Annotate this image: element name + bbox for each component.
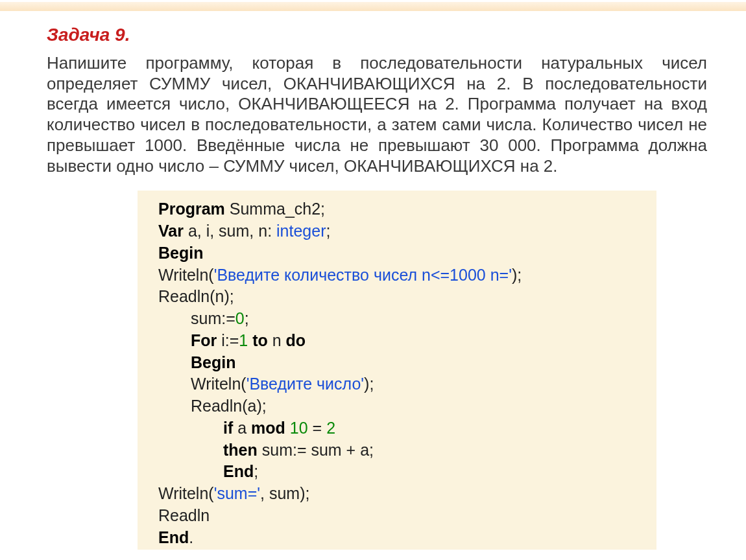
code-text: , sum); bbox=[260, 484, 309, 502]
code-text: . bbox=[189, 528, 193, 546]
keyword-begin: Begin bbox=[158, 244, 203, 262]
code-line: if a mod 10 = 2 bbox=[158, 417, 645, 439]
code-indent: End; bbox=[158, 461, 258, 483]
string-literal: 'Введите количество чисел n<=1000 n=' bbox=[214, 266, 512, 284]
code-text: Readln(a); bbox=[191, 397, 267, 415]
code-line: then sum:= sum + a; bbox=[158, 439, 645, 461]
number-literal: 2 bbox=[326, 419, 335, 437]
code-line: For i:=1 to n do bbox=[158, 330, 645, 352]
number-literal: 10 bbox=[290, 419, 308, 437]
code-text: ; bbox=[254, 462, 258, 480]
number-literal: 0 bbox=[235, 309, 245, 327]
problem-text: Напишите программу, которая в последоват… bbox=[47, 53, 707, 176]
number-literal: 1 bbox=[239, 331, 248, 349]
code-line: sum:=0; bbox=[158, 308, 645, 330]
code-text: ; bbox=[245, 309, 249, 327]
string-literal: 'Введите число' bbox=[247, 375, 364, 393]
code-text: a bbox=[233, 419, 251, 437]
slide: Задача 9. Напишите программу, которая в … bbox=[0, 0, 746, 560]
keyword-program: Program bbox=[158, 200, 225, 218]
code-text: n bbox=[268, 331, 286, 349]
code-indent: if a mod 10 = 2 bbox=[158, 417, 335, 439]
code-line: Var a, i, sum, n: integer; bbox=[158, 220, 645, 242]
code-text: sum:= sum + a; bbox=[258, 441, 374, 459]
keyword-to: to bbox=[252, 331, 268, 349]
code-text: Writeln( bbox=[191, 375, 247, 393]
keyword-end: End bbox=[223, 462, 254, 480]
keyword-then: then bbox=[223, 441, 258, 459]
code-text: ); bbox=[364, 375, 374, 393]
code-text: Writeln( bbox=[158, 484, 214, 502]
code-block: Program Summa_ch2; Var a, i, sum, n: int… bbox=[138, 191, 656, 550]
code-line: End; bbox=[158, 461, 645, 483]
keyword-if: if bbox=[223, 419, 233, 437]
code-text: ); bbox=[512, 266, 522, 284]
code-text: Readln(n); bbox=[158, 287, 234, 305]
code-text: ; bbox=[326, 222, 331, 240]
code-text: a, i, sum, n: bbox=[184, 222, 276, 240]
code-line: Begin bbox=[158, 352, 645, 374]
code-indent: sum:=0; bbox=[158, 308, 249, 330]
code-text: sum:= bbox=[191, 309, 235, 327]
code-text: Readln bbox=[158, 506, 210, 524]
slide-content: Задача 9. Напишите программу, которая в … bbox=[0, 13, 746, 550]
code-line: Begin bbox=[158, 242, 645, 264]
code-text: = bbox=[308, 419, 327, 437]
code-line: Readln(a); bbox=[158, 395, 645, 417]
code-text: i:= bbox=[217, 331, 239, 349]
code-line: End. bbox=[158, 527, 645, 549]
keyword-end: End bbox=[158, 528, 189, 546]
keyword-begin: Begin bbox=[191, 353, 235, 371]
code-indent: Readln(a); bbox=[158, 395, 267, 417]
code-indent: Writeln('Введите число'); bbox=[158, 373, 374, 395]
code-line: Writeln('Введите число'); bbox=[158, 373, 645, 395]
code-line: Writeln('sum=', sum); bbox=[158, 483, 645, 505]
code-text: Writeln( bbox=[158, 266, 214, 284]
code-text bbox=[285, 419, 290, 437]
keyword-var: Var bbox=[158, 222, 184, 240]
code-line: Readln bbox=[158, 505, 645, 527]
keyword-do: do bbox=[286, 331, 306, 349]
code-text: Summa_ch2; bbox=[225, 200, 325, 218]
code-indent: Begin bbox=[158, 352, 235, 374]
task-title: Задача 9. bbox=[47, 25, 707, 45]
code-line: Program Summa_ch2; bbox=[158, 198, 645, 220]
code-indent: For i:=1 to n do bbox=[158, 330, 306, 352]
type-integer: integer bbox=[276, 222, 326, 240]
keyword-mod: mod bbox=[251, 419, 285, 437]
code-indent: then sum:= sum + a; bbox=[158, 439, 374, 461]
string-literal: 'sum=' bbox=[214, 484, 260, 502]
keyword-for: For bbox=[191, 331, 217, 349]
code-line: Readln(n); bbox=[158, 286, 645, 308]
decorative-stripe bbox=[0, 0, 746, 13]
code-line: Writeln('Введите количество чисел n<=100… bbox=[158, 264, 645, 286]
